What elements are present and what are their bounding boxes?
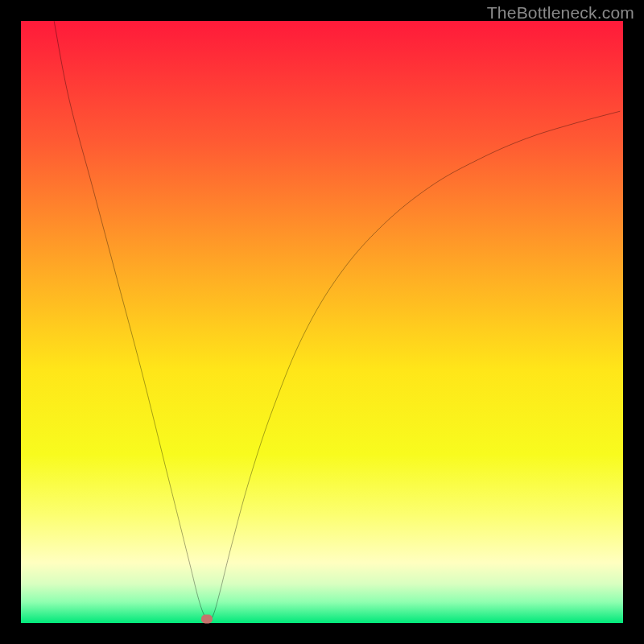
- operating-point-marker: [201, 614, 213, 623]
- chart-frame: TheBottleneck.com: [0, 0, 644, 644]
- bottleneck-curve: [21, 21, 623, 623]
- watermark-text: TheBottleneck.com: [487, 3, 634, 23]
- plot-area: [21, 21, 623, 623]
